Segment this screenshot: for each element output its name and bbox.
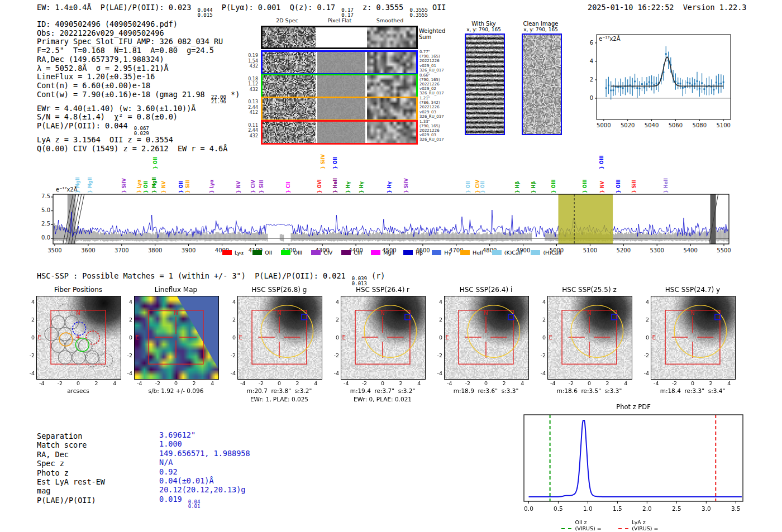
main-spectrum-ytick: 0.0	[18, 234, 50, 241]
inset-xtick: 5000	[593, 122, 615, 128]
panel-xtick: 0	[170, 380, 182, 386]
sky-panel-title: Clean Image	[513, 21, 569, 27]
photz-xtick: 3.0	[695, 505, 717, 512]
panel-xtick: 2	[705, 380, 717, 386]
spec2d-smooth-image	[367, 98, 416, 119]
exposure-row-4	[261, 120, 418, 145]
spectral-line-label: } OII	[152, 157, 158, 169]
main-spectrum-xtick: 3600	[77, 247, 99, 253]
panel-ytick: 0	[125, 334, 132, 341]
spectral-line-label: } HeII	[332, 178, 338, 193]
spectral-line-label: } Hγ	[345, 181, 351, 193]
panel-xtick: 4	[620, 380, 631, 386]
panel-xtick: 0	[584, 380, 595, 386]
panel-ytick: -4	[538, 370, 546, 376]
inset-xtick: 5060	[664, 122, 686, 128]
hsc-ssp-match-header: HSC-SSP : Possible Matches = 1 (within +…	[37, 271, 385, 286]
legend-label: CIII	[354, 250, 362, 256]
sky-panel-title: With Sky	[456, 21, 512, 27]
panel-xtick: 4	[109, 380, 120, 386]
spectral-line-label: } OII	[143, 181, 149, 193]
inset-xtick: 5100	[712, 122, 735, 128]
panel-cutout-5: HSC SSP(25.5) zNE-4-4-2-2002244m:18.6 re…	[547, 286, 631, 406]
spec2d-noise-image	[263, 122, 316, 143]
superscript-subscript-value: 0.0440.015	[197, 8, 212, 17]
inset-plot-svg	[581, 27, 737, 133]
match-row-value: 0.92	[159, 467, 178, 476]
compass-east-label: E	[652, 334, 656, 341]
info-line-7: Cont(n) = 6.60(±0.00)e-18	[37, 82, 240, 90]
panel-cutout-2: HSC SSP(26.8) gNE-4-4-2-2002244m:20.7 re…	[237, 286, 321, 406]
compass-north-label: N	[484, 310, 488, 316]
panel-ytick: -4	[435, 370, 442, 376]
superscript-subscript-value: 0.170.17	[341, 8, 354, 17]
exposure-left-stats: 0.18 1.12 432	[244, 76, 258, 93]
legend-item: (K)CaII	[492, 250, 522, 256]
main-spectrum-ytick: 2.5	[18, 221, 50, 227]
panel-ytick: -2	[435, 352, 442, 358]
panel-title: HSC SSP(25.5) z	[542, 286, 637, 294]
panel-ytick: 2	[435, 317, 442, 323]
superscript-subscript-value: 0.0670.029	[134, 126, 149, 136]
panel-xtick: -4	[444, 380, 455, 386]
match-row-value: 0.019 0.040.01	[159, 495, 200, 509]
info-line-6: LineFlux = 1.20(±0.35)e-16	[37, 73, 240, 82]
spectral-line-label: } CIV	[250, 179, 256, 193]
timestamp: 2025-01-10 16:22:52	[588, 3, 674, 12]
match-row-value: 149.656571, 1.988958	[159, 449, 250, 458]
photz-title: Phot z PDF	[524, 403, 743, 411]
spectral-line-label: } OVI	[317, 179, 322, 193]
legend-color-chip	[222, 250, 232, 255]
panel-ytick: 0	[538, 334, 546, 341]
panel-ytick: -4	[125, 370, 132, 376]
exposure-annotation: 1.33" (790, 165) 20221226 v029_03 326_RU…	[419, 119, 455, 142]
compass-north-label: N	[380, 310, 384, 316]
panel-ytick: 0	[641, 334, 649, 341]
panel-caption-2: EWr: 1, PLAE: 0.025	[231, 396, 328, 402]
exposure-left-stats: 0.13 2.44 412	[244, 99, 258, 116]
spectral-line-label: } NV	[599, 180, 605, 193]
exposure-annotation: 0.77" (790, 165) 20221226 v029_01 326_RU…	[419, 50, 455, 73]
legend-label: Hβ	[416, 250, 423, 256]
photz-xtick: 3.5	[724, 505, 747, 512]
match-row-label: Est LyA rest-EW	[37, 477, 105, 486]
info-line-2: Primary Spec_Slot_IFU_AMP: 326_082_034_R…	[37, 37, 240, 46]
main-spectrum-unit-label: e⁻¹⁷x2Å	[56, 186, 78, 193]
sky-panel-coords: x, y: 790, 165	[513, 27, 569, 32]
panel-xtick: 2	[395, 380, 407, 386]
compass-east-label: E	[38, 334, 41, 341]
legend-label: (K)CaII	[504, 250, 522, 256]
panel-caption: m:18.9 re:3.6" s:3.3"	[437, 387, 535, 394]
panel-xtick: 2	[189, 380, 200, 386]
panel-xtick: -4	[36, 380, 47, 386]
legend-label: OII	[265, 250, 272, 256]
match-row-value: 3.69612"	[159, 430, 196, 439]
photz-xtick: 2.5	[665, 505, 688, 512]
main-spectrum-xtick: 5100	[579, 247, 601, 253]
main-spectrum-xtick: 3500	[44, 247, 66, 253]
photz-xtick: 0.0	[517, 505, 540, 512]
inset-unit-label: e⁻¹⁷x2Å	[599, 36, 621, 42]
panel-overlay: NE	[341, 296, 425, 378]
panel-fiber-0: Fiber PositionsNE-4-4-2-2002244arcsecs	[36, 286, 120, 406]
legend-color-chip	[252, 250, 262, 255]
panel-cutout-4: HSC SSP(26.4) iNE-4-4-2-2002244m:18.9 re…	[444, 286, 528, 406]
spec2d-noise-image	[263, 52, 316, 73]
panel-xtick: 2	[292, 380, 303, 386]
version-label: Version 1.22.3	[683, 3, 747, 12]
spec2d-flat-image	[317, 98, 365, 119]
spectral-line-label: } Hγ	[387, 181, 392, 193]
legend-item: OIII	[281, 250, 302, 256]
panel-ytick: 2	[228, 317, 236, 323]
match-row-label: mag	[37, 486, 50, 495]
panel-ytick: 4	[27, 299, 35, 305]
legend-color-chip	[311, 250, 321, 255]
panel-ytick: -4	[641, 370, 649, 376]
panel-xtick: -2	[255, 380, 266, 386]
spectral-line-label: } OII	[178, 181, 184, 193]
panel-overlay: NE	[444, 296, 528, 378]
photz-svg	[519, 410, 748, 508]
panel-cutout-3: HSC SSP(26.4) rNE-4-4-2-2002244m:19.4 re…	[341, 286, 425, 406]
panel-caption: s/b: 1.92 +/- 0.096	[127, 387, 225, 394]
info-line-8: Cont(w) = 7.90(±0.16)e-18 (gmag 21.98 22…	[37, 90, 240, 104]
